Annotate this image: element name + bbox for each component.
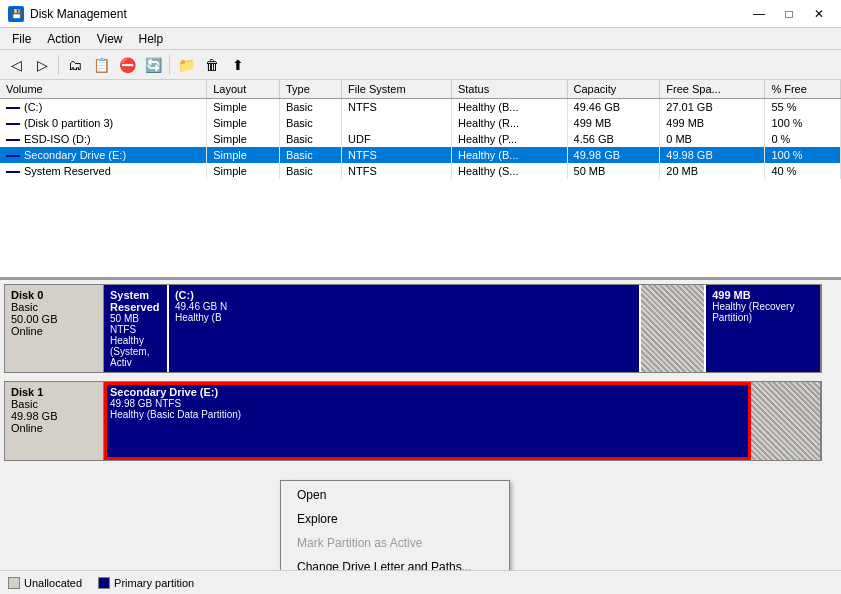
part-detail: Healthy (Basic Data Partition) [110, 409, 743, 420]
disk-0-part-sysreserved[interactable]: System Reserved 50 MB NTFS Healthy (Syst… [104, 285, 169, 372]
toolbar-btn-7[interactable]: ⬆ [226, 53, 250, 77]
main-area: Volume Layout Type File System Status Ca… [0, 80, 841, 594]
toolbar-btn-5[interactable]: 📁 [174, 53, 198, 77]
disk-0-partitions: System Reserved 50 MB NTFS Healthy (Syst… [104, 284, 821, 373]
disk-0-part-recovery[interactable]: 499 MB Healthy (Recovery Partition) [706, 285, 820, 372]
minimize-button[interactable]: — [745, 4, 773, 24]
volume-table-area: Volume Layout Type File System Status Ca… [0, 80, 841, 280]
disk-1-part-e[interactable]: Secondary Drive (E:) 49.98 GB NTFS Healt… [104, 382, 751, 460]
part-size: 50 MB NTFS [110, 313, 161, 335]
part-detail: Healthy (System, Activ [110, 335, 161, 368]
table-row[interactable]: Secondary Drive (E:)SimpleBasicNTFSHealt… [0, 147, 841, 163]
toolbar-btn-4[interactable]: 🔄 [141, 53, 165, 77]
disk-1-type: Basic [11, 398, 38, 410]
close-button[interactable]: ✕ [805, 4, 833, 24]
part-name: Secondary Drive (E:) [110, 386, 743, 398]
disk-0-size: 50.00 GB [11, 313, 57, 325]
disk-1-status: Online [11, 422, 43, 434]
ctx-mark-active: Mark Partition as Active [281, 531, 509, 555]
col-volume[interactable]: Volume [0, 80, 207, 99]
part-name: 499 MB [712, 289, 814, 301]
maximize-button[interactable]: □ [775, 4, 803, 24]
part-size: 49.98 GB NTFS [110, 398, 743, 409]
table-row[interactable]: System ReservedSimpleBasicNTFSHealthy (S… [0, 163, 841, 179]
part-size: 49.46 GB N [175, 301, 633, 312]
toolbar-btn-6[interactable]: 🗑 [200, 53, 224, 77]
legend-unalloc: Unallocated [8, 577, 82, 589]
part-name: System Reserved [110, 289, 161, 313]
toolbar-sep-2 [169, 55, 170, 75]
volume-table: Volume Layout Type File System Status Ca… [0, 80, 841, 179]
scroll-right [821, 284, 837, 373]
toolbar: ◁ ▷ 🗂 📋 ⛔ 🔄 📁 🗑 ⬆ [0, 50, 841, 80]
legend-primary-box [98, 577, 110, 589]
disk-1-size: 49.98 GB [11, 410, 57, 422]
table-row[interactable]: ESD-ISO (D:)SimpleBasicUDFHealthy (P...4… [0, 131, 841, 147]
forward-button[interactable]: ▷ [30, 53, 54, 77]
title-bar: 💾 Disk Management — □ ✕ [0, 0, 841, 28]
toolbar-sep-1 [58, 55, 59, 75]
window-title: Disk Management [30, 7, 127, 21]
window-controls: — □ ✕ [745, 4, 833, 24]
disk-0-part-unalloc[interactable] [641, 285, 706, 372]
col-free[interactable]: Free Spa... [660, 80, 765, 99]
legend-unalloc-box [8, 577, 20, 589]
col-capacity[interactable]: Capacity [567, 80, 660, 99]
ctx-open[interactable]: Open [281, 483, 509, 507]
part-name: (C:) [175, 289, 633, 301]
legend-bar: Unallocated Primary partition [0, 570, 841, 594]
col-status[interactable]: Status [451, 80, 567, 99]
toolbar-btn-3[interactable]: ⛔ [115, 53, 139, 77]
col-pctfree[interactable]: % Free [765, 80, 841, 99]
app-icon: 💾 [8, 6, 24, 22]
disk-map-area: Disk 0 Basic 50.00 GB Online System Rese… [0, 280, 841, 570]
disk-0-row: Disk 0 Basic 50.00 GB Online System Rese… [4, 284, 837, 373]
disk-1-label: Disk 1 Basic 49.98 GB Online [4, 381, 104, 461]
scroll-right-2 [821, 381, 837, 461]
legend-primary-label: Primary partition [114, 577, 194, 589]
table-row[interactable]: (Disk 0 partition 3)SimpleBasicHealthy (… [0, 115, 841, 131]
legend-primary: Primary partition [98, 577, 194, 589]
disk-0-label: Disk 0 Basic 50.00 GB Online [4, 284, 104, 373]
disk-0-name: Disk 0 [11, 289, 97, 301]
back-button[interactable]: ◁ [4, 53, 28, 77]
menu-file[interactable]: File [4, 30, 39, 47]
disk-1-part-unalloc[interactable] [751, 382, 821, 460]
part-detail: Healthy (B [175, 312, 633, 323]
context-menu: Open Explore Mark Partition as Active Ch… [280, 480, 510, 570]
ctx-explore[interactable]: Explore [281, 507, 509, 531]
menu-help[interactable]: Help [131, 30, 172, 47]
toolbar-btn-2[interactable]: 📋 [89, 53, 113, 77]
menu-action[interactable]: Action [39, 30, 88, 47]
menu-view[interactable]: View [89, 30, 131, 47]
disk-1-name: Disk 1 [11, 386, 97, 398]
disk-0-part-c[interactable]: (C:) 49.46 GB N Healthy (B [169, 285, 641, 372]
toolbar-btn-1[interactable]: 🗂 [63, 53, 87, 77]
disk-0-type: Basic [11, 301, 38, 313]
menu-bar: File Action View Help [0, 28, 841, 50]
disk-1-row: Disk 1 Basic 49.98 GB Online Secondary D… [4, 381, 837, 461]
disk-0-status: Online [11, 325, 43, 337]
ctx-change-drive-letter[interactable]: Change Drive Letter and Paths... [281, 555, 509, 570]
col-type[interactable]: Type [279, 80, 341, 99]
part-detail: Healthy (Recovery Partition) [712, 301, 814, 323]
table-row[interactable]: (C:)SimpleBasicNTFSHealthy (B...49.46 GB… [0, 99, 841, 116]
disk-1-partitions: Secondary Drive (E:) 49.98 GB NTFS Healt… [104, 381, 821, 461]
col-filesystem[interactable]: File System [342, 80, 452, 99]
legend-unalloc-label: Unallocated [24, 577, 82, 589]
col-layout[interactable]: Layout [207, 80, 280, 99]
